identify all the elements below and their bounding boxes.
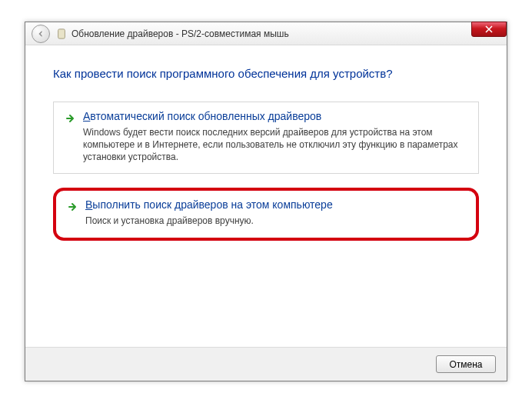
option-description: Поиск и установка драйверов вручную. [85,215,465,227]
page-heading: Как провести поиск программного обеспече… [53,67,479,80]
window-title: Обновление драйверов - PS/2-совместимая … [71,28,289,39]
cancel-button[interactable]: Отмена [436,355,496,373]
option-description: Windows будет вести поиск последних верс… [83,126,467,164]
svg-rect-0 [58,28,65,38]
arrow-right-icon [65,112,77,125]
back-arrow-icon [36,29,45,38]
arrow-right-icon [67,201,79,213]
option-title: Выполнить поиск драйверов на этом компью… [85,198,333,211]
wizard-window: Обновление драйверов - PS/2-совместимая … [25,22,507,381]
option-manual-search[interactable]: Выполнить поиск драйверов на этом компью… [53,188,479,241]
content-area: Как провести поиск программного обеспече… [25,45,507,241]
footer: Отмена [25,347,507,381]
close-icon [485,25,493,33]
device-icon [56,28,67,39]
back-button[interactable] [32,25,50,43]
option-title: Автоматический поиск обновленных драйвер… [83,110,321,122]
titlebar: Обновление драйверов - PS/2-совместимая … [25,22,507,45]
close-button[interactable] [471,22,507,37]
option-auto-search[interactable]: Автоматический поиск обновленных драйвер… [53,102,479,174]
